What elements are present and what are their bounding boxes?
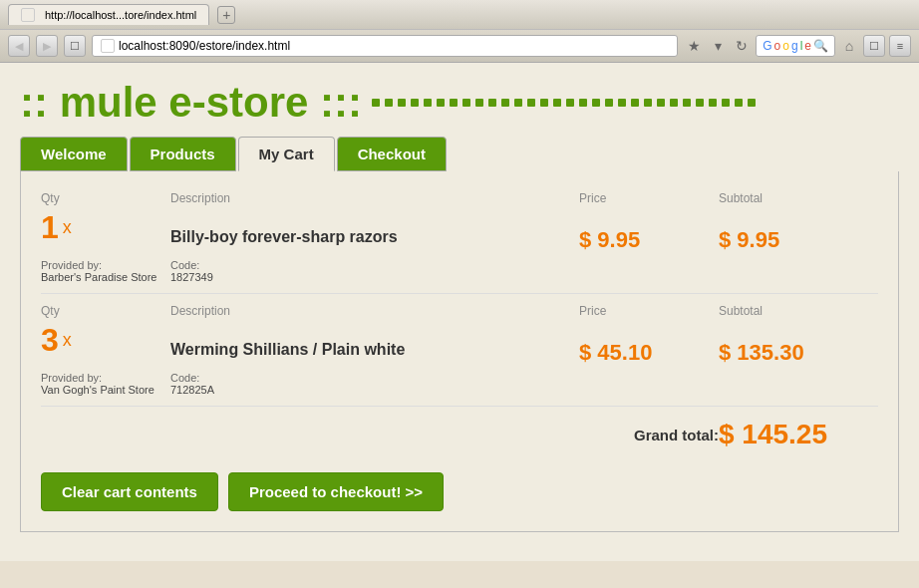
home-icon[interactable]: ⌂	[839, 38, 859, 54]
code-col-1: Code: 1827349	[170, 259, 370, 283]
decoration-dot	[735, 99, 743, 107]
decoration-dot	[398, 99, 406, 107]
checkout-button[interactable]: Proceed to checkout! >>	[228, 472, 444, 511]
qty-label-1: Qty 1 x	[41, 191, 170, 246]
star-icon-2[interactable]: ▾	[708, 38, 728, 54]
browser-titlebar: http://localhost...tore/index.html +	[0, 0, 919, 30]
site-title: :: mule e-store :::	[20, 79, 362, 127]
cart-content: Qty 1 x Description Billy-boy forever-sh…	[20, 171, 899, 532]
item-desc-2: Werming Shillians / Plain white	[170, 322, 579, 361]
item-price-2: $ 45.10	[579, 322, 719, 366]
decoration-dot	[424, 99, 432, 107]
search-magnifier-icon: 🔍	[813, 39, 828, 53]
item-subtotal-2: $ 135.30	[719, 322, 878, 366]
provider-col-1: Provided by: Barber's Paradise Store	[41, 259, 170, 283]
title-prefix: ::	[20, 79, 48, 126]
decoration-dot	[527, 99, 535, 107]
decoration-dot	[657, 99, 665, 107]
code-label-1: Code:	[170, 259, 199, 271]
decoration-dot	[722, 99, 730, 107]
decoration-dot	[579, 99, 587, 107]
title-name: mule e-store	[60, 79, 320, 126]
url-bar[interactable]: localhost:8090/estore/index.html	[92, 35, 678, 57]
code-label-2: Code:	[170, 372, 199, 384]
item-meta-1: Provided by: Barber's Paradise Store Cod…	[41, 259, 878, 283]
provider-col-2: Provided by: Van Gogh's Paint Store	[41, 372, 170, 396]
qty-value-1: 1	[41, 209, 59, 246]
item-desc-1: Billy-boy forever-sharp razors	[170, 209, 579, 248]
decoration-dot	[475, 99, 483, 107]
decoration-dot	[683, 99, 691, 107]
qty-section-1: 1 x	[41, 209, 170, 246]
page-content: :: mule e-store ::: Welcome Products My …	[0, 63, 919, 561]
decoration-dot	[566, 99, 574, 107]
item-2-header: Qty 3 x Description Werming Shillians / …	[41, 304, 878, 366]
tab-welcome[interactable]: Welcome	[20, 137, 128, 171]
price-col-2: Price $ 45.10	[579, 304, 719, 366]
item-1-header: Qty 1 x Description Billy-boy forever-sh…	[41, 191, 878, 253]
action-buttons: Clear cart contents Proceed to checkout!…	[41, 472, 878, 511]
google-g-blue: G	[763, 39, 771, 53]
tab-title: http://localhost...tore/index.html	[45, 9, 196, 21]
google-g-red2: e	[804, 39, 811, 53]
stop-button[interactable]: ☐	[64, 35, 86, 57]
decoration-dot	[488, 99, 496, 107]
decoration-dot	[644, 99, 652, 107]
tab-products[interactable]: Products	[130, 137, 236, 171]
decoration-dot	[462, 99, 470, 107]
url-icon	[101, 39, 115, 53]
google-g-green: l	[800, 39, 803, 53]
decoration-dot	[553, 99, 561, 107]
google-g-yellow: o	[782, 39, 789, 53]
code-value-1: 1827349	[170, 271, 213, 283]
refresh-icon[interactable]: ↻	[732, 38, 752, 54]
new-tab-button[interactable]: +	[217, 6, 235, 24]
code-value-2: 712825A	[170, 384, 214, 396]
provider-label-2: Provided by:	[41, 372, 102, 384]
back-button[interactable]: ◀	[8, 35, 30, 57]
code-col-2: Code: 712825A	[170, 372, 370, 396]
decoration-dot	[748, 99, 756, 107]
item-subtotal-1: $ 9.95	[719, 209, 878, 253]
decoration-dot	[670, 99, 678, 107]
extend-button[interactable]: ≡	[889, 35, 911, 57]
nav-right-controls: ★ ▾ ↻ Google 🔍 ⌂ ☐ ≡	[684, 35, 911, 57]
forward-button[interactable]: ▶	[36, 35, 58, 57]
browser-navbar: ◀ ▶ ☐ localhost:8090/estore/index.html ★…	[0, 30, 919, 62]
nav-tabs: Welcome Products My Cart Checkout	[0, 137, 919, 171]
decoration-dot	[514, 99, 522, 107]
decoration-dot	[540, 99, 548, 107]
subtotal-col-2: Subtotal $ 135.30	[719, 304, 878, 366]
grand-total-row: Grand total: $ 145.25	[41, 407, 878, 462]
tab-icon	[21, 8, 35, 22]
provider-value-1: Barber's Paradise Store	[41, 271, 156, 283]
decoration-dot	[605, 99, 613, 107]
grand-total-label: Grand total:	[579, 427, 719, 443]
clear-cart-button[interactable]: Clear cart contents	[41, 472, 218, 511]
decoration-dot	[411, 99, 419, 107]
browser-tab[interactable]: http://localhost...tore/index.html	[8, 4, 209, 25]
decoration-dot	[450, 99, 458, 107]
qty-x-1: x	[63, 217, 72, 238]
decoration-dot	[437, 99, 445, 107]
bookmark-icon[interactable]: ★	[684, 38, 704, 54]
google-g-red: o	[774, 39, 781, 53]
cart-item-1: Qty 1 x Description Billy-boy forever-sh…	[41, 181, 878, 294]
cart-item-2: Qty 3 x Description Werming Shillians / …	[41, 294, 878, 407]
desc-col-1: Description Billy-boy forever-sharp razo…	[170, 191, 579, 248]
decoration-dot	[618, 99, 626, 107]
site-header: :: mule e-store :::	[0, 63, 919, 137]
dots-decoration	[372, 99, 756, 107]
menu-button[interactable]: ☐	[863, 35, 885, 57]
browser-chrome: http://localhost...tore/index.html + ◀ ▶…	[0, 0, 919, 63]
desc-col-2: Description Werming Shillians / Plain wh…	[170, 304, 579, 361]
provider-label-1: Provided by:	[41, 259, 102, 271]
tab-mycart[interactable]: My Cart	[238, 137, 335, 171]
qty-value-2: 3	[41, 322, 59, 359]
price-col-1: Price $ 9.95	[579, 191, 719, 253]
decoration-dot	[696, 99, 704, 107]
google-search-bar[interactable]: Google 🔍	[756, 35, 835, 57]
tab-checkout[interactable]: Checkout	[337, 137, 447, 171]
qty-label-2: Qty 3 x	[41, 304, 170, 359]
decoration-dot	[709, 99, 717, 107]
